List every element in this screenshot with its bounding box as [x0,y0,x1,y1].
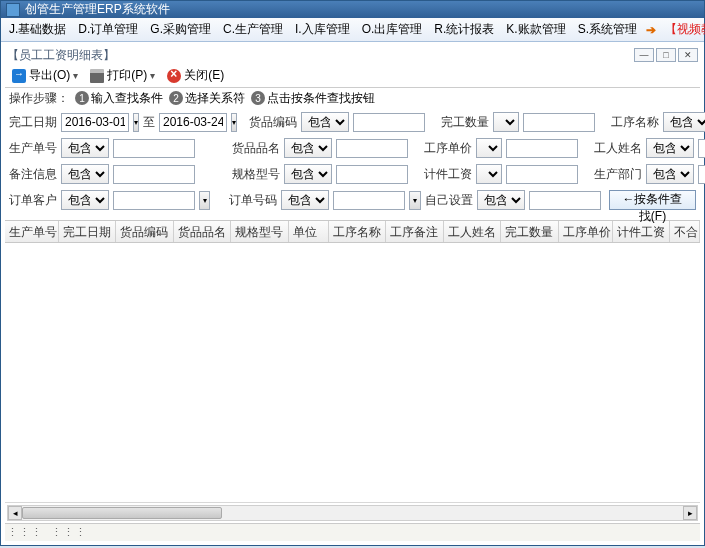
maximize-button[interactable]: □ [656,48,676,62]
menu-order[interactable]: D.订单管理 [72,18,144,41]
orderno-input[interactable] [333,191,405,210]
col-spec[interactable]: 规格型号 [231,221,289,242]
menu-basic[interactable]: J.基础数据 [3,18,72,41]
orderno-op-select[interactable]: 包含 [281,190,329,210]
steps-label: 操作步骤： [9,90,69,107]
search-button[interactable]: ←按条件查找(F) [609,190,696,210]
window-title: 创管生产管理ERP系统软件 [25,1,170,18]
price-op-select[interactable] [476,138,502,158]
menu-outbound[interactable]: O.出库管理 [356,18,429,41]
filter-row-4: 订单客户 包含 ▾ 订单号码 包含 ▾ 自己设置 包含 ←按条件查找(F) [9,188,696,212]
grid-body [5,243,700,503]
inner-panel: 【员工工资明细表】 — □ ✕ 导出(O) ▾ 打印(P) ▾ 关闭(E) [1,42,704,545]
custom-input[interactable] [529,191,601,210]
menu-system[interactable]: S.系统管理 [572,18,643,41]
orderno-picker[interactable]: ▾ [409,191,420,210]
close-panel-button[interactable]: 关闭(E) [164,66,227,85]
customer-op-select[interactable]: 包含 [61,190,109,210]
name-op-select[interactable]: 包含 [284,138,332,158]
print-icon [90,69,104,83]
code-op-select[interactable]: 包含 [301,112,349,132]
data-grid: 生产单号 完工日期 货品编码 货品品名 规格型号 单位 工序名称 工序备注 工人… [5,220,700,503]
spec-op-select[interactable]: 包含 [284,164,332,184]
titlebar: 创管生产管理ERP系统软件 [1,1,704,18]
price-input[interactable] [506,139,578,158]
prodno-op-select[interactable]: 包含 [61,138,109,158]
menu-reports[interactable]: R.统计报表 [428,18,500,41]
panel-title: 【员工工资明细表】 [7,47,634,64]
minimize-button[interactable]: — [634,48,654,62]
col-worker[interactable]: 工人姓名 [444,221,502,242]
dropdown-icon: ▾ [150,70,155,81]
close-button[interactable]: ✕ [678,48,698,62]
qty-label: 完工数量 [441,114,489,131]
custom-op-select[interactable]: 包含 [477,190,525,210]
status-bar: ⋮⋮⋮ ⋮⋮⋮ [5,523,700,541]
menu-accounts[interactable]: K.账款管理 [500,18,571,41]
filter-row-1: 完工日期 ▾ 至 ▾ 货品编码 包含 完工数量 工序名称 包含 [9,110,696,134]
remark-op-select[interactable]: 包含 [61,164,109,184]
worker-op-select[interactable]: 包含 [646,138,694,158]
export-button[interactable]: 导出(O) ▾ [9,66,81,85]
date-from-input[interactable] [61,113,129,132]
menu-purchase[interactable]: G.采购管理 [144,18,217,41]
col-procnote[interactable]: 工序备注 [386,221,444,242]
prodno-label: 生产单号 [9,140,57,157]
step-3: 3点击按条件查找按钮 [251,90,375,107]
app-icon [6,3,20,17]
steps-row: 操作步骤： 1输入查找条件 2选择关系符 3点击按条件查找按钮 [5,88,700,108]
name-input[interactable] [336,139,408,158]
menu-video[interactable]: 【视频教程，先看再用】 [659,18,705,41]
col-name[interactable]: 货品品名 [174,221,232,242]
col-unit[interactable]: 单位 [289,221,329,242]
scroll-thumb[interactable] [22,507,222,519]
scroll-right-button[interactable]: ▸ [683,506,697,520]
col-code[interactable]: 货品编码 [116,221,174,242]
remark-input[interactable] [113,165,195,184]
close-icon [167,69,181,83]
date-to-picker[interactable]: ▾ [231,113,237,132]
col-procname[interactable]: 工序名称 [329,221,387,242]
col-prodno[interactable]: 生产单号 [5,221,59,242]
code-input[interactable] [353,113,425,132]
print-button[interactable]: 打印(P) ▾ [87,66,158,85]
qty-op-select[interactable] [493,112,519,132]
prodno-input[interactable] [113,139,195,158]
grid-header: 生产单号 完工日期 货品编码 货品品名 规格型号 单位 工序名称 工序备注 工人… [5,221,700,243]
col-price[interactable]: 工序单价 [559,221,613,242]
dept-label: 生产部门 [594,166,642,183]
worker-input[interactable] [698,139,705,158]
remark-label: 备注信息 [9,166,57,183]
qty-input[interactable] [523,113,595,132]
date-to-input[interactable] [159,113,227,132]
wage-input[interactable] [506,165,578,184]
filter-row-2: 生产单号 包含 货品品名 包含 工序单价 工人姓名 包含 [9,136,696,160]
panel-controls: — □ ✕ [634,48,698,62]
col-wage[interactable]: 计件工资 [613,221,671,242]
dropdown-icon: ▾ [73,70,78,81]
step-1: 1输入查找条件 [75,90,163,107]
date-label: 完工日期 [9,114,57,131]
dept-input[interactable] [698,165,705,184]
procname-op-select[interactable]: 包含 [663,112,705,132]
date-from-picker[interactable]: ▾ [133,113,139,132]
menu-inbound[interactable]: I.入库管理 [289,18,356,41]
horizontal-scrollbar[interactable]: ◂ ▸ [7,505,698,521]
customer-label: 订单客户 [9,192,57,209]
worker-label: 工人姓名 [594,140,642,157]
scroll-left-button[interactable]: ◂ [8,506,22,520]
customer-input[interactable] [113,191,195,210]
customer-picker[interactable]: ▾ [199,191,210,210]
custom-label: 自己设置 [425,192,473,209]
col-date[interactable]: 完工日期 [59,221,117,242]
spec-input[interactable] [336,165,408,184]
col-defect[interactable]: 不合 [670,221,700,242]
menubar: J.基础数据 D.订单管理 G.采购管理 C.生产管理 I.入库管理 O.出库管… [1,18,704,42]
col-qty[interactable]: 完工数量 [501,221,559,242]
menu-production[interactable]: C.生产管理 [217,18,289,41]
price-label: 工序单价 [424,140,472,157]
export-icon [12,69,26,83]
wage-op-select[interactable] [476,164,502,184]
filter-row-3: 备注信息 包含 规格型号 包含 计件工资 生产部门 包含 [9,162,696,186]
dept-op-select[interactable]: 包含 [646,164,694,184]
